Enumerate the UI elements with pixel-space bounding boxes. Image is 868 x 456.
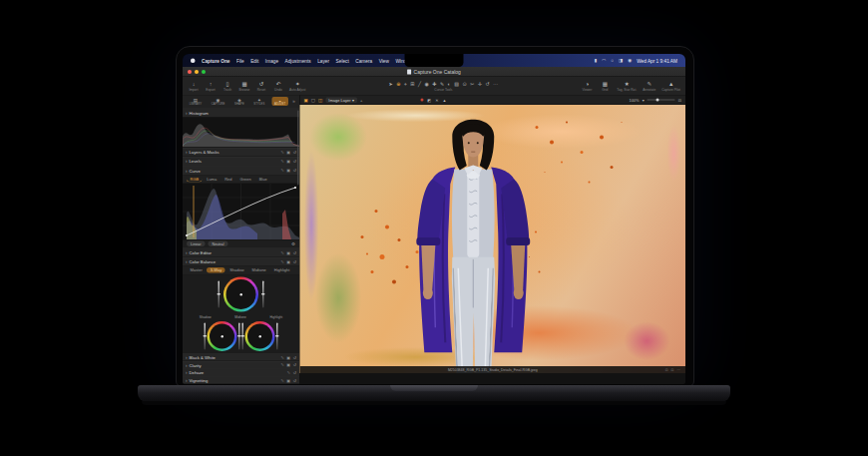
zoom-level-value[interactable]: 100% (629, 98, 639, 103)
reset-icon[interactable]: ↺ (293, 355, 296, 360)
color-balance-panel-header[interactable]: › Color Balance ✎ ▣ ↺ (183, 257, 299, 266)
heal-tool-icon[interactable]: ✚ (432, 81, 436, 87)
erase-mask-tool-icon[interactable]: ◐ (448, 81, 451, 87)
radial-gradient-mask-tool-icon[interactable]: ⊙ (462, 81, 466, 87)
control-center-icon[interactable]: ◨ (619, 58, 623, 63)
pan-tool-icon[interactable]: ⊕ (396, 81, 400, 87)
color-editor-panel-header[interactable]: › Color Editor ✎ ▣ ↺ (183, 248, 299, 257)
close-window-button[interactable] (188, 70, 192, 74)
battery-icon[interactable]: ▮ (595, 58, 597, 63)
mask-view-icon[interactable]: ◫ (318, 98, 322, 103)
auto-adjust-button[interactable]: ✦ Auto Adjust (289, 81, 305, 91)
brush-icon[interactable]: ✎ (281, 150, 284, 155)
viewer-toggle-button[interactable]: ◑ Viewer (581, 81, 593, 91)
brush-icon[interactable]: ✎ (281, 250, 284, 255)
copy-icon[interactable]: ▣ (286, 150, 290, 155)
menu-edit[interactable]: Edit (250, 58, 258, 64)
brush-icon[interactable]: ✎ (287, 370, 290, 375)
clarity-panel-header[interactable]: › Clarity ✎ ▣ ↺ (183, 361, 299, 369)
photo-canvas[interactable]: M2503848_RGB_P1-135_Studio_Details_Final… (300, 105, 686, 373)
caption-icons[interactable]: ⊡ ⊡ ⋯ (665, 368, 681, 372)
copy-icon[interactable]: ▣ (286, 363, 290, 368)
tool-tabs-overflow-icon[interactable]: » (292, 99, 295, 104)
midtone-lightness-slider[interactable] (262, 281, 264, 308)
menu-view[interactable]: View (379, 58, 389, 64)
histogram-panel-header[interactable]: › Histogram (183, 108, 299, 117)
loupe-tool-icon[interactable]: ⌖ (404, 81, 407, 87)
menu-capture-one[interactable]: Capture One (202, 58, 230, 64)
rotate-tool-icon[interactable]: ↺ (486, 81, 490, 87)
select-tool-icon[interactable]: ➤ (389, 81, 393, 87)
copy-icon[interactable]: ▣ (286, 259, 290, 264)
zoom-slider[interactable] (648, 100, 675, 101)
reset-icon[interactable]: ↺ (293, 259, 296, 264)
curve-neutral-button[interactable]: Neutral (208, 241, 227, 247)
shadow-color-wheel[interactable] (208, 321, 237, 351)
gear-icon[interactable]: ⚙ (291, 241, 295, 246)
copy-icon[interactable]: ▣ (286, 355, 290, 360)
reset-icon[interactable]: ↺ (293, 363, 296, 368)
tag-star-rating-button[interactable]: ★ Tag, Star Rat. (617, 81, 637, 91)
curve-tab-green[interactable]: Green (236, 177, 254, 183)
curve-tab-red[interactable]: Red (221, 177, 235, 183)
copy-icon[interactable]: ▣ (286, 378, 290, 383)
curve-tab-rgb[interactable]: RGB (187, 176, 203, 182)
menu-bar-clock[interactable]: Wed Apr 1 9:41 AM (637, 58, 677, 64)
focus-mask-icon[interactable]: ▲ (442, 98, 446, 103)
brush-icon[interactable]: ✎ (281, 355, 284, 360)
shadow-saturation-slider[interactable] (205, 323, 207, 350)
annotate-button[interactable]: ✎ Annotate (643, 81, 655, 91)
undo-button[interactable]: ↶ Undo (272, 81, 284, 91)
cb-tab-master[interactable]: Master (187, 267, 206, 273)
siri-icon[interactable]: ◉ (628, 58, 632, 63)
reset-icon[interactable]: ↺ (293, 250, 296, 255)
cb-tab-shadow[interactable]: Shadow (226, 267, 247, 273)
wheel-handle[interactable] (220, 335, 223, 338)
wheel-handle[interactable] (258, 335, 261, 338)
shadow-lightness-slider[interactable] (238, 323, 240, 350)
menu-select[interactable]: Select (336, 58, 349, 64)
copy-icon[interactable]: ▣ (286, 169, 290, 174)
more-tools-icon[interactable]: ⋯ (493, 81, 498, 87)
curve-graph[interactable] (183, 184, 299, 240)
zoom-window-button[interactable] (202, 70, 206, 74)
dehaze-panel-header[interactable]: › Dehaze ✎ ↺ (183, 369, 299, 377)
midtone-color-wheel[interactable] (223, 277, 258, 312)
wifi-icon[interactable]: ◠ (602, 58, 606, 63)
grid-toggle-button[interactable]: ▦ Grid (599, 81, 611, 91)
menu-camera[interactable]: Camera (355, 58, 372, 64)
export-button[interactable]: ↑ Export (205, 81, 217, 91)
add-layer-button[interactable]: + (360, 98, 362, 103)
minimize-window-button[interactable] (195, 70, 199, 74)
highlight-color-wheel[interactable] (245, 321, 275, 351)
reset-icon[interactable]: ↺ (293, 370, 296, 375)
tab-capture[interactable]: ◉ CAPTURE (209, 97, 227, 106)
highlight-lightness-slider[interactable] (276, 323, 278, 350)
curve-tab-blue[interactable]: Blue (255, 177, 270, 183)
reset-button[interactable]: ↺ Reset (255, 81, 267, 91)
wheel-handle[interactable] (239, 293, 242, 296)
draw-mask-tool-icon[interactable]: ✎ (440, 81, 444, 87)
reset-icon[interactable]: ↺ (293, 169, 296, 174)
cb-tab-highlight[interactable]: Highlight (270, 267, 293, 273)
tab-shape[interactable]: ◈ SHAPE (231, 97, 246, 106)
vignetting-panel-header[interactable]: › Vignetting ✎ ▣ ↺ (183, 376, 299, 384)
annotate-tool-icon[interactable]: ✛ (478, 81, 482, 87)
copy-icon[interactable]: ▣ (286, 250, 290, 255)
curve-panel-header[interactable]: › Curve ✎ ▣ ↺ (183, 166, 299, 175)
highlight-saturation-slider[interactable] (242, 323, 244, 350)
exposure-warning-icon[interactable] (420, 99, 423, 102)
brush-icon[interactable]: ✎ (281, 378, 284, 383)
curve-linear-button[interactable]: Linear (187, 241, 205, 247)
spotlight-search-icon[interactable]: ○ (611, 58, 614, 63)
linear-gradient-mask-tool-icon[interactable]: ▨ (454, 81, 459, 87)
proof-view-icon[interactable]: ▣ (304, 98, 308, 103)
tab-styles[interactable]: ✦ STYLES (251, 97, 267, 106)
menu-adjustments[interactable]: Adjustments (285, 58, 311, 64)
black-white-panel-header[interactable]: › Black & White ✎ ▣ ↺ (183, 353, 299, 361)
reset-icon[interactable]: ↺ (293, 378, 296, 383)
spot-removal-tool-icon[interactable]: ◉ (424, 81, 428, 87)
straighten-tool-icon[interactable]: ╱ (418, 81, 421, 87)
curve-tab-luma[interactable]: Luma (204, 177, 220, 183)
midtone-saturation-slider[interactable] (218, 281, 220, 308)
